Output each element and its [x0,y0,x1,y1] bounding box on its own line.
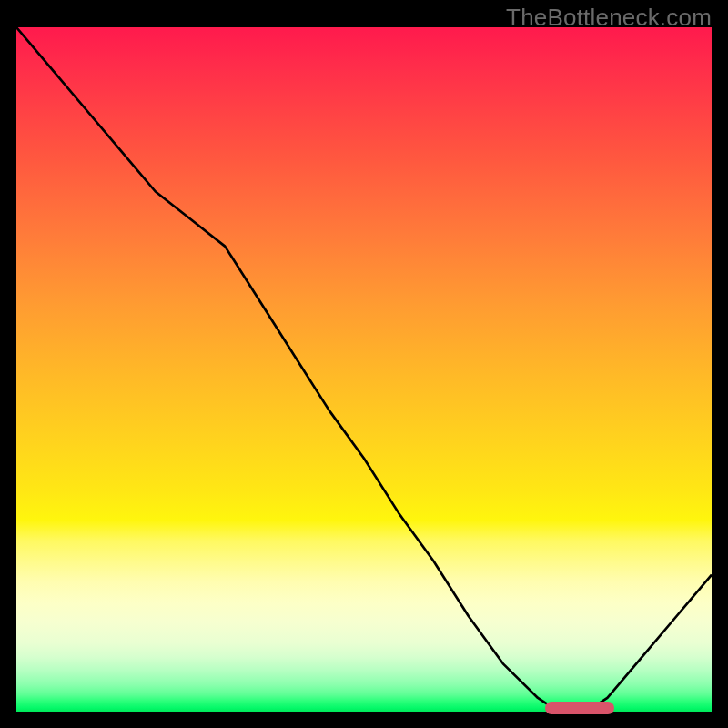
watermark-text: TheBottleneck.com [506,4,712,32]
optimal-range-marker [545,702,614,714]
curve-path [16,27,712,712]
bottleneck-curve [16,27,712,712]
chart-container: TheBottleneck.com [0,0,728,728]
plot-area [16,27,712,712]
